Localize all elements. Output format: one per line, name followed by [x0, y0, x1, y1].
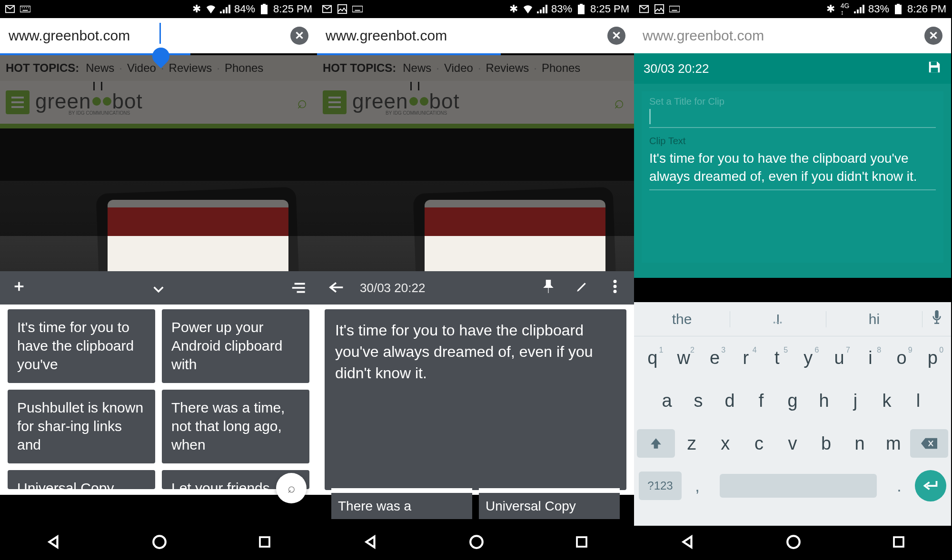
url-text[interactable]: www.greenbot.com [9, 28, 290, 44]
key-v[interactable]: v [776, 433, 810, 454]
key-l[interactable]: l [902, 391, 934, 411]
svg-rect-32 [669, 6, 680, 12]
backspace-key[interactable] [910, 429, 948, 458]
hot-topics-label: HOT TOPICS: [6, 61, 79, 75]
url-bar[interactable]: www.greenbot.com ✕ [0, 18, 317, 53]
svg-rect-24 [580, 4, 583, 5]
suggestion-bar: the I••• hi [634, 302, 951, 336]
key-d[interactable]: d [714, 391, 745, 411]
key-e[interactable]: 3e [699, 348, 730, 368]
clock: 8:25 PM [273, 3, 312, 15]
logo-bar: greenbot BY IDG COMMUNICATIONS ⌕ [317, 81, 634, 124]
suggestion[interactable]: the [634, 311, 730, 327]
url-bar[interactable]: www.greenbot.com ✕ [317, 18, 634, 53]
key-p[interactable]: 0p [917, 348, 948, 368]
topic-reviews[interactable]: Reviews [169, 61, 212, 75]
back-button[interactable] [45, 534, 61, 552]
key-i[interactable]: 8i [855, 348, 886, 368]
back-button[interactable] [679, 534, 695, 552]
key-w[interactable]: 2w [668, 348, 699, 368]
recent-button[interactable] [575, 535, 589, 551]
keyboard-icon [669, 4, 680, 14]
key-m[interactable]: m [876, 433, 910, 454]
next-clip[interactable]: There was a [331, 488, 472, 519]
svg-rect-10 [228, 5, 230, 13]
key-a[interactable]: a [651, 391, 683, 411]
key-h[interactable]: h [808, 391, 840, 411]
svg-rect-8 [223, 10, 225, 13]
key-t[interactable]: 5t [762, 348, 793, 368]
site-search-icon[interactable]: ⌕ [297, 92, 307, 112]
save-button[interactable] [927, 60, 942, 78]
shift-key[interactable] [637, 429, 675, 458]
key-y[interactable]: 6y [793, 348, 823, 368]
more-button[interactable] [605, 279, 625, 297]
key-r[interactable]: 4r [730, 348, 761, 368]
clear-url-button[interactable]: ✕ [607, 27, 625, 45]
add-clip-button[interactable] [10, 279, 29, 297]
clear-url-button[interactable]: ✕ [290, 27, 308, 45]
bluetooth-icon: ✱ [508, 4, 519, 14]
clip-text-full[interactable]: It's time for you to have the clipboard … [325, 309, 626, 490]
back-button[interactable] [362, 534, 378, 552]
svg-point-28 [470, 536, 483, 548]
clip-card[interactable]: There was a time, not that long ago, whe… [162, 390, 309, 463]
key-n[interactable]: n [843, 433, 877, 454]
status-bar: ✱ 83% 8:25 PM [317, 0, 634, 18]
key-x[interactable]: x [709, 433, 743, 454]
clip-detail: It's time for you to have the clipboard … [317, 305, 634, 495]
menu-button[interactable] [6, 90, 30, 114]
key-c[interactable]: c [742, 433, 776, 454]
suggestion[interactable]: I••• [730, 311, 826, 327]
hot-topics-bar: HOT TOPICS: News· Video· Reviews· Phones [317, 55, 634, 81]
key-z[interactable]: z [675, 433, 709, 454]
key-q[interactable]: 1q [637, 348, 668, 368]
collapse-button[interactable] [149, 279, 168, 297]
mic-button[interactable] [922, 310, 951, 328]
symbols-key[interactable]: ?123 [639, 472, 682, 500]
recent-button[interactable] [258, 535, 272, 551]
url-text[interactable]: www.greenbot.com [326, 28, 607, 44]
site-logo[interactable]: greenbot [35, 89, 143, 113]
clip-card[interactable]: It's time for you to have the clipboard … [8, 309, 155, 383]
signal-icon [537, 4, 547, 14]
key-k[interactable]: k [871, 391, 902, 411]
comma-key[interactable]: , [685, 477, 709, 495]
key-o[interactable]: 9o [886, 348, 917, 368]
site-search-icon[interactable]: ⌕ [614, 92, 625, 112]
clip-card[interactable]: Pushbullet is known for shar-ing links a… [8, 390, 155, 463]
recent-button[interactable] [892, 535, 906, 551]
key-j[interactable]: j [840, 391, 871, 411]
key-b[interactable]: b [809, 433, 843, 454]
title-input[interactable] [649, 109, 936, 128]
next-clip[interactable]: Universal Copy [479, 488, 620, 519]
clip-card[interactable]: Power up your Android clipboard with [162, 309, 309, 383]
clip-text-input[interactable]: It's time for you to have the clipboard … [649, 149, 936, 190]
key-u[interactable]: 7u [823, 348, 854, 368]
topic-news[interactable]: News [86, 61, 114, 75]
suggestion[interactable]: hi [826, 311, 922, 327]
key-f[interactable]: f [745, 391, 777, 411]
home-button[interactable] [151, 534, 168, 552]
search-fab[interactable]: ⌕ [276, 473, 307, 503]
list-button[interactable] [288, 279, 307, 297]
clear-url-button[interactable]: ✕ [924, 27, 942, 45]
home-button[interactable] [785, 534, 802, 552]
back-arrow-button[interactable] [327, 279, 346, 297]
pin-button[interactable] [539, 279, 558, 297]
topic-phones[interactable]: Phones [225, 61, 263, 75]
key-s[interactable]: s [683, 391, 714, 411]
site-logo[interactable]: greenbot [352, 89, 460, 113]
key-g[interactable]: g [777, 391, 808, 411]
menu-button[interactable] [323, 90, 347, 114]
svg-rect-36 [860, 7, 862, 13]
clip-card[interactable]: Universal Copy [8, 470, 155, 489]
period-key[interactable]: . [887, 477, 911, 495]
topic-video[interactable]: Video [127, 61, 156, 75]
space-key[interactable] [720, 474, 877, 498]
enter-key[interactable] [915, 470, 946, 501]
url-bar[interactable]: www.greenbot.com ✕ [634, 18, 951, 53]
edit-button[interactable] [572, 279, 591, 297]
keyboard-icon [352, 4, 363, 14]
home-button[interactable] [468, 534, 485, 552]
